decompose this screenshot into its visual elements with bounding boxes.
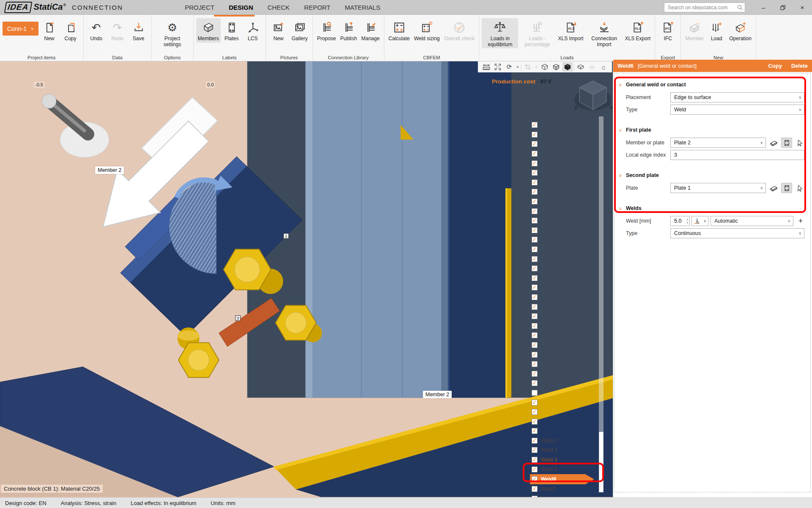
copy-project-item-button[interactable]: Copy	[60, 18, 81, 43]
wireframe-view-icon[interactable]	[540, 62, 550, 72]
tree-item[interactable]: ✓	[530, 178, 598, 188]
tree-item-checkbox[interactable]: ✓	[532, 486, 538, 492]
tree-item[interactable]: ✓	[530, 359, 598, 369]
tree-item[interactable]: ✓	[530, 197, 598, 207]
tree-item-checkbox[interactable]: ✓	[532, 122, 538, 128]
tree-item-checkbox[interactable]: ✓	[532, 352, 538, 358]
tree-item[interactable]: ✓	[530, 350, 598, 359]
pick-cursor-icon-button[interactable]	[794, 138, 805, 148]
collapse-chevron-icon[interactable]: ∨	[618, 173, 623, 178]
tree-item[interactable]: ✓	[530, 293, 598, 302]
solid-view-icon[interactable]	[562, 62, 573, 72]
tree-item[interactable]: ✓	[530, 494, 598, 497]
tree-item[interactable]: ✓	[530, 321, 598, 331]
tree-item-checkbox[interactable]: ✓	[532, 199, 538, 204]
tree-item[interactable]: ✓	[530, 407, 598, 417]
tree-item-checkbox[interactable]: ✓	[532, 428, 538, 434]
tree-item-checkbox[interactable]: ✓	[532, 170, 538, 176]
tree-item-checkbox[interactable]: ✓	[532, 141, 538, 147]
tree-item-checkbox[interactable]: ✓	[532, 160, 538, 166]
connection-selector[interactable]: Conn-1 ∨	[3, 22, 38, 36]
tab-project[interactable]: PROJECT	[178, 0, 222, 15]
close-icon[interactable]: ×	[793, 0, 812, 15]
tree-item[interactable]: ✓	[530, 273, 598, 283]
tree-item-checkbox[interactable]: ✓	[532, 371, 538, 377]
new-member-button[interactable]: Member	[683, 18, 705, 43]
search-input[interactable]	[668, 5, 737, 11]
tree-item-checkbox[interactable]: ✓	[532, 400, 538, 406]
placement-select[interactable]: Edge to surface ∨	[670, 92, 804, 102]
plates-toggle-button[interactable]: Plates	[222, 18, 242, 43]
viewport-3d[interactable]: ⟳ ∨ ∨	[0, 61, 613, 497]
tree-item-checkbox[interactable]: ✓	[532, 361, 538, 367]
collapse-chevron-icon[interactable]: ∨	[618, 206, 623, 211]
tree-item-checkbox[interactable]: ✓	[532, 419, 538, 425]
tree-item-checkbox[interactable]: ✓	[532, 313, 538, 319]
home-view-icon[interactable]: ⌂	[598, 62, 609, 72]
copy-button[interactable]: Copy	[768, 63, 782, 69]
tree-item[interactable]: ✓	[530, 331, 598, 340]
mirror-view-icon[interactable]	[587, 62, 597, 72]
measure-icon[interactable]	[481, 62, 491, 72]
propose-button[interactable]: Propose	[315, 18, 338, 43]
chevron-down-icon[interactable]: ∨	[516, 65, 520, 69]
publish-button[interactable]: Publish	[338, 18, 359, 43]
tree-item-checkbox[interactable]: ✓	[532, 189, 538, 195]
add-weld-button[interactable]: +	[796, 216, 805, 226]
tree-item[interactable]: ✓	[530, 158, 598, 168]
xls-import-button[interactable]: XLS XLS Import	[556, 18, 585, 48]
tree-item[interactable]: ✓	[530, 235, 598, 245]
tree-item-checkbox[interactable]: ✓	[532, 323, 538, 329]
collapse-chevron-icon[interactable]: ∨	[618, 128, 623, 133]
tree-item[interactable]: ✓	[530, 206, 598, 216]
tree-item[interactable]: ✓	[530, 398, 598, 407]
loads-in-equilibrium-button[interactable]: Loads in equilibrium	[482, 18, 518, 48]
tree-item-checkbox[interactable]	[532, 390, 538, 396]
chevron-down-icon[interactable]: ∨	[534, 65, 538, 69]
rotate-view-icon[interactable]: ⟳	[504, 62, 514, 72]
tree-item-checkbox[interactable]: ✓	[532, 467, 538, 472]
tree-item-checkbox[interactable]: ✓	[532, 256, 538, 262]
tree-item[interactable]: ✓	[530, 283, 598, 293]
tree-item-weld5[interactable]: ✓Weld 5	[530, 464, 598, 474]
lcs-toggle-button[interactable]: LCS	[243, 18, 263, 43]
tree-item[interactable]: ✓	[530, 130, 598, 140]
tree-item-checkbox[interactable]: ✓	[532, 179, 538, 185]
section-view-icon[interactable]	[576, 62, 586, 72]
plate-dots-icon-button[interactable]	[781, 138, 792, 148]
tree-item[interactable]: ✓	[530, 187, 598, 197]
delete-button[interactable]: Delete	[791, 63, 808, 69]
weld-continuity-select[interactable]: Continuous ∨	[670, 228, 804, 238]
tree-item-checkbox[interactable]: ✓	[532, 476, 538, 482]
tree-item[interactable]: ✓	[530, 226, 598, 235]
overall-check-button[interactable]: Overall check	[442, 18, 477, 43]
connection-import-button[interactable]: Connection Import	[586, 18, 623, 48]
tab-report[interactable]: REPORT	[297, 0, 337, 15]
redo-button[interactable]: ↷ Redo	[107, 18, 128, 43]
save-button[interactable]: Save	[129, 18, 149, 43]
tree-item-checkbox[interactable]: ✓	[532, 275, 538, 281]
tree-item-checkbox[interactable]: ✓	[532, 227, 538, 233]
tree-item[interactable]: ✓	[530, 369, 598, 378]
tree-item[interactable]: ✓	[530, 426, 598, 436]
tree-item-checkbox[interactable]: ✓	[532, 438, 538, 444]
tree-item[interactable]: ✓	[530, 168, 598, 178]
tree-item[interactable]: ✓	[530, 139, 598, 149]
calculate-button[interactable]: Calculate	[387, 18, 411, 43]
tree-item-checkbox[interactable]: ✓	[532, 151, 538, 157]
tree-item[interactable]: ✓	[530, 245, 598, 254]
tree-scrollbar-thumb[interactable]	[599, 432, 604, 492]
tree-item-weld2[interactable]: ✓Weld 2	[530, 436, 598, 446]
tree-item-checkbox[interactable]: ✓	[532, 246, 538, 252]
weld-mode-select[interactable]: Automatic ∨	[710, 216, 793, 226]
tree-item-checkbox[interactable]: ✓	[532, 447, 538, 453]
tree-item-checkbox[interactable]: ✓	[532, 294, 538, 300]
tree-item-checkbox[interactable]: ✓	[532, 132, 538, 138]
tab-check[interactable]: CHECK	[261, 0, 297, 15]
second-plate-select[interactable]: Plate 1 ∨	[670, 183, 766, 193]
tree-item-weld7[interactable]: ✓Weld7	[530, 484, 598, 494]
tree-item-weld3[interactable]: ✓Weld 3	[530, 445, 598, 455]
tree-item[interactable]: ✓	[530, 254, 598, 264]
members-toggle-button[interactable]: Members	[196, 18, 221, 43]
tree-item-checkbox[interactable]: ✓	[532, 237, 538, 243]
